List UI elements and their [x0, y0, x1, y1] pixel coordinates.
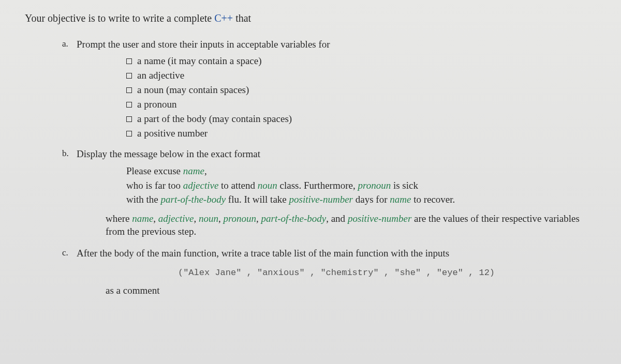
where-var: part-of-the-body — [261, 213, 327, 224]
list-content-c: After the body of the main function, wri… — [77, 248, 596, 296]
checkbox-icon — [126, 73, 132, 79]
message-line-2: who is far too adjective to attend noun … — [126, 178, 596, 193]
checkbox-icon — [126, 58, 132, 64]
ordered-list: a. Prompt the user and store their input… — [62, 39, 596, 296]
document-page: Your objective is to write to write a co… — [25, 12, 596, 296]
checklist-item: an adjective — [126, 70, 596, 81]
var-name-2: name — [390, 194, 411, 205]
checklist-text: a part of the body (may contain spaces) — [137, 113, 292, 125]
list-letter-a: a. — [62, 39, 77, 145]
intro-prefix: Your objective is to write to write a co… — [25, 12, 214, 24]
var-positive-number: positive-number — [289, 194, 353, 205]
var-part-of-body: part-of-the-body — [161, 194, 226, 205]
list-item-a: a. Prompt the user and store their input… — [62, 39, 596, 145]
checkbox-icon — [126, 116, 132, 122]
as-comment-text: as a comment — [106, 285, 596, 296]
checklist-item: a pronoun — [126, 99, 596, 110]
list-item-c: c. After the body of the main function, … — [62, 248, 596, 296]
checkbox-icon — [126, 131, 132, 136]
intro-line: Your objective is to write to write a co… — [25, 12, 596, 24]
message-block: Please excuse name, who is far too adjec… — [126, 164, 596, 207]
list-content-b: Display the message below in the exact f… — [77, 148, 596, 245]
checkbox-icon — [126, 102, 132, 108]
item-a-text: Prompt the user and store their inputs i… — [77, 39, 330, 50]
list-letter-b: b. — [62, 148, 77, 245]
message-line-3: with the part-of-the-body flu. It will t… — [126, 192, 596, 207]
checklist-item: a name (it may contain a space) — [126, 55, 596, 67]
where-var: adjective — [158, 213, 194, 224]
checklist-item: a noun (may contain spaces) — [126, 84, 596, 96]
where-var: name — [132, 213, 153, 224]
var-pronoun: pronoun — [358, 180, 391, 191]
checklist-text: a noun (may contain spaces) — [137, 84, 249, 96]
checklist-item: a part of the body (may contain spaces) — [126, 113, 596, 125]
checklist-a: a name (it may contain a space) an adjec… — [126, 55, 596, 139]
intro-suffix: that — [233, 12, 251, 24]
checklist-text: a positive number — [137, 128, 208, 139]
list-letter-c: c. — [62, 248, 77, 296]
item-c-text: After the body of the main function, wri… — [77, 248, 449, 259]
var-noun: noun — [258, 180, 277, 191]
code-sample-row: ("Alex Jane" , "anxious" , "chemistry" ,… — [77, 266, 596, 278]
checkbox-icon — [126, 87, 132, 93]
where-var: noun — [199, 213, 218, 224]
checklist-text: a pronoun — [137, 99, 177, 110]
item-b-text: Display the message below in the exact f… — [77, 148, 260, 159]
where-var: positive-number — [348, 213, 411, 224]
list-item-b: b. Display the message below in the exac… — [62, 148, 596, 245]
var-name: name — [183, 165, 204, 176]
checklist-text: an adjective — [137, 70, 184, 81]
where-block: where name, adjective, noun, pronoun, pa… — [106, 212, 596, 238]
where-var: pronoun — [223, 213, 256, 224]
checklist-text: a name (it may contain a space) — [137, 55, 262, 67]
code-sample: ("Alex Jane" , "anxious" , "chemistry" ,… — [178, 268, 495, 278]
intro-language: C++ — [214, 12, 233, 24]
var-adjective: adjective — [183, 180, 219, 191]
list-content-a: Prompt the user and store their inputs i… — [77, 39, 596, 145]
message-line-1: Please excuse name, — [126, 164, 596, 178]
checklist-item: a positive number — [126, 128, 596, 139]
